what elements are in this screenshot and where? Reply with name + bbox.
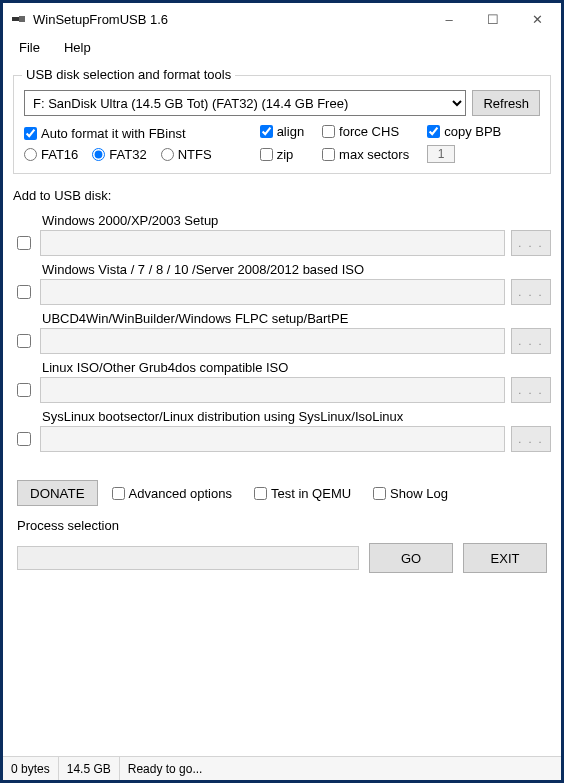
align-check[interactable]: align: [260, 124, 304, 139]
add-check-win2000[interactable]: [17, 236, 31, 250]
add-row-ubcd: UBCD4Win/WinBuilder/Windows FLPC setup/B…: [13, 311, 551, 354]
go-button[interactable]: GO: [369, 543, 453, 573]
browse-button[interactable]: . . .: [511, 328, 551, 354]
add-row-vista: Windows Vista / 7 / 8 / 10 /Server 2008/…: [13, 262, 551, 305]
add-check-ubcd[interactable]: [17, 334, 31, 348]
zip-check[interactable]: zip: [260, 147, 304, 162]
add-row-win2000: Windows 2000/XP/2003 Setup . . .: [13, 213, 551, 256]
force-chs-check[interactable]: force CHS: [322, 124, 409, 139]
process-label: Process selection: [17, 518, 547, 533]
add-check-vista[interactable]: [17, 285, 31, 299]
add-path-field: [40, 279, 505, 305]
titlebar: WinSetupFromUSB 1.6 – ☐ ✕: [3, 3, 561, 35]
browse-button[interactable]: . . .: [511, 377, 551, 403]
add-title: Windows Vista / 7 / 8 / 10 /Server 2008/…: [40, 262, 505, 277]
max-sectors-field[interactable]: [427, 145, 455, 163]
donate-button[interactable]: DONATE: [17, 480, 98, 506]
max-sectors-check[interactable]: max sectors: [322, 147, 409, 162]
add-path-field: [40, 426, 505, 452]
add-title: SysLinux bootsector/Linux distribution u…: [40, 409, 505, 424]
add-title: Linux ISO/Other Grub4dos compatible ISO: [40, 360, 505, 375]
add-row-syslinux: SysLinux bootsector/Linux distribution u…: [13, 409, 551, 452]
maximize-button[interactable]: ☐: [471, 4, 515, 34]
show-log-check[interactable]: Show Log: [373, 486, 448, 501]
menubar: File Help: [3, 35, 561, 59]
svg-rect-0: [12, 17, 19, 21]
window-title: WinSetupFromUSB 1.6: [33, 12, 427, 27]
usb-group-label: USB disk selection and format tools: [22, 67, 235, 82]
copy-bpb-check[interactable]: copy BPB: [427, 124, 501, 139]
status-text: Ready to go...: [120, 757, 561, 780]
advanced-check[interactable]: Advanced options: [112, 486, 232, 501]
add-path-field: [40, 230, 505, 256]
status-bytes: 0 bytes: [3, 757, 59, 780]
app-icon: [11, 11, 27, 27]
browse-button[interactable]: . . .: [511, 426, 551, 452]
add-check-syslinux[interactable]: [17, 432, 31, 446]
add-label: Add to USB disk:: [13, 188, 551, 203]
test-qemu-check[interactable]: Test in QEMU: [254, 486, 351, 501]
status-size: 14.5 GB: [59, 757, 120, 780]
add-check-linux[interactable]: [17, 383, 31, 397]
add-title: Windows 2000/XP/2003 Setup: [40, 213, 505, 228]
add-path-field: [40, 377, 505, 403]
minimize-button[interactable]: –: [427, 4, 471, 34]
add-path-field: [40, 328, 505, 354]
svg-rect-1: [19, 16, 25, 22]
usb-group: USB disk selection and format tools F: S…: [13, 75, 551, 174]
close-button[interactable]: ✕: [515, 4, 559, 34]
add-row-linux: Linux ISO/Other Grub4dos compatible ISO …: [13, 360, 551, 403]
refresh-button[interactable]: Refresh: [472, 90, 540, 116]
ntfs-radio[interactable]: NTFS: [161, 147, 212, 162]
browse-button[interactable]: . . .: [511, 279, 551, 305]
progress-bar: [17, 546, 359, 570]
statusbar: 0 bytes 14.5 GB Ready to go...: [3, 756, 561, 780]
add-title: UBCD4Win/WinBuilder/Windows FLPC setup/B…: [40, 311, 505, 326]
disk-select[interactable]: F: SanDisk Ultra (14.5 GB Tot) (FAT32) (…: [24, 90, 466, 116]
browse-button[interactable]: . . .: [511, 230, 551, 256]
menu-file[interactable]: File: [9, 38, 50, 57]
fat16-radio[interactable]: FAT16: [24, 147, 78, 162]
fat32-radio[interactable]: FAT32: [92, 147, 146, 162]
auto-format-check[interactable]: Auto format it with FBinst: [24, 126, 212, 141]
exit-button[interactable]: EXIT: [463, 543, 547, 573]
menu-help[interactable]: Help: [54, 38, 101, 57]
